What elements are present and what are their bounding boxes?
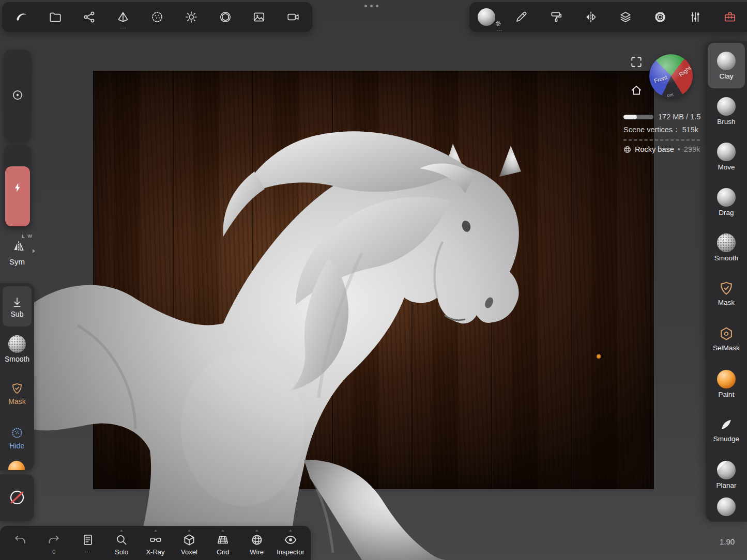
material-sphere-button[interactable]: ...	[478, 5, 495, 29]
smooth-sphere-icon	[717, 234, 736, 252]
files-icon[interactable]	[47, 5, 64, 29]
left-tool-label: Smooth	[5, 355, 29, 363]
selmask-hexagon-icon	[718, 325, 735, 342]
history-notes-button[interactable]: ...	[72, 529, 104, 559]
matcap-sphere-icon[interactable]	[148, 5, 166, 29]
home-icon[interactable]	[630, 84, 643, 97]
gizmo-front-label: Front	[653, 74, 668, 84]
caret-up-icon	[154, 530, 157, 532]
tool-label: Drag	[719, 209, 734, 216]
stylus-icon[interactable]	[512, 5, 530, 29]
undo-icon	[13, 533, 27, 547]
orientation-gizmo[interactable]: Front Right om	[649, 54, 693, 98]
share-nodes-icon[interactable]	[81, 5, 98, 29]
left-tool-mask[interactable]: Mask	[0, 371, 34, 415]
planar-sphere-icon	[717, 461, 736, 479]
tool-label: Brush	[717, 118, 735, 126]
object-row[interactable]: Rocky base • 299k	[623, 145, 704, 153]
lighting-icon[interactable]	[182, 5, 200, 29]
paint-roller-icon[interactable]	[547, 5, 565, 29]
tool-mask[interactable]: Mask	[708, 270, 745, 316]
voxel-label: Voxel	[181, 548, 197, 556]
undo-button[interactable]	[4, 529, 36, 559]
bottom-toolbar: 0 ... Solo X-Ray Voxel Grid	[0, 526, 311, 560]
sliders-icon[interactable]	[687, 5, 704, 29]
fullscreen-icon[interactable]	[630, 55, 643, 69]
solo-button[interactable]: Solo	[105, 529, 138, 559]
grid-button[interactable]: Grid	[207, 529, 239, 559]
no-stroke-icon	[8, 489, 26, 506]
scene-icon[interactable]: ...	[114, 5, 132, 29]
object-bullet: •	[678, 145, 680, 153]
left-tool-smooth[interactable]: Smooth	[0, 326, 34, 371]
drag-handle-dots[interactable]	[364, 5, 378, 7]
xray-button[interactable]: X-Ray	[140, 529, 172, 559]
caret-up-icon	[289, 530, 292, 532]
memory-progress-bar	[623, 115, 653, 119]
sculpt-app-window: ... ...	[0, 0, 747, 560]
postprocess-icon[interactable]	[217, 5, 234, 29]
left-tool-label: Mask	[8, 398, 25, 405]
background-image-icon[interactable]	[250, 5, 268, 29]
camera-icon[interactable]	[284, 5, 302, 29]
tool-move[interactable]: Move	[708, 134, 745, 179]
disabled-tool-panel[interactable]	[0, 474, 34, 521]
move-sphere-icon	[717, 143, 736, 161]
intensity-slider-panel[interactable]	[4, 145, 31, 227]
symmetry-button[interactable]: L W Sym	[3, 232, 35, 275]
mirror-icon[interactable]	[582, 5, 600, 29]
mask-shield-icon	[718, 280, 735, 297]
tool-sidebar: Clay Brush Move Drag Smooth Mask SelMask	[706, 41, 747, 522]
sub-arrow-icon	[10, 295, 24, 309]
tool-smudge[interactable]: Smudge	[708, 407, 745, 452]
wire-label: Wire	[250, 548, 264, 556]
app-logo[interactable]	[12, 5, 30, 29]
object-name: Rocky base	[635, 145, 674, 153]
tool-partial[interactable]	[708, 497, 745, 518]
tool-drag[interactable]: Drag	[708, 179, 745, 225]
partial-tool-icon[interactable]	[8, 461, 25, 470]
sub-mode-button[interactable]: Sub	[3, 286, 32, 326]
caret-up-icon	[221, 530, 224, 532]
scene-vertices-text: Scene vertices： 515k	[623, 125, 704, 135]
inspector-button[interactable]: Inspector	[275, 529, 307, 559]
tool-selmask[interactable]: SelMask	[708, 316, 745, 361]
radius-slider-panel[interactable]	[4, 50, 31, 141]
grid-plane-icon	[216, 533, 230, 547]
brush-sphere-icon	[717, 97, 736, 116]
object-count: 299k	[684, 145, 700, 153]
tool-label: Planar	[716, 482, 736, 489]
mask-shield-icon	[10, 382, 24, 395]
memory-progress-fill	[623, 115, 637, 119]
solo-magnifier-icon	[115, 533, 128, 547]
layers-icon[interactable]	[617, 5, 634, 29]
voxel-button[interactable]: Voxel	[173, 529, 205, 559]
wireframe-sphere-icon	[250, 533, 264, 547]
tool-brush[interactable]: Brush	[708, 88, 745, 134]
wood-backdrop	[93, 71, 654, 489]
tool-label: Smudge	[713, 435, 739, 443]
tool-label: Clay	[719, 73, 733, 80]
left-tool-hide[interactable]: Hide	[0, 415, 34, 460]
tool-clay[interactable]: Clay	[708, 43, 745, 88]
settings-gear-icon[interactable]	[651, 5, 669, 29]
material-more-dots: ...	[497, 26, 502, 32]
top-right-toolbar: ...	[469, 2, 747, 32]
drag-sphere-icon	[717, 188, 736, 207]
tool-smooth[interactable]: Smooth	[708, 225, 745, 270]
wire-button[interactable]: Wire	[241, 529, 273, 559]
toolbox-icon[interactable]	[721, 5, 739, 29]
top-left-toolbar: ...	[2, 2, 312, 32]
xray-label: X-Ray	[146, 548, 164, 556]
redo-button[interactable]: 0	[38, 529, 70, 559]
tool-label: Mask	[718, 299, 735, 306]
tool-label: SelMask	[713, 345, 740, 352]
inspector-label: Inspector	[277, 548, 304, 556]
notes-more-dots: ...	[85, 547, 91, 553]
tool-planar[interactable]: Planar	[708, 452, 745, 497]
voxel-cube-icon	[182, 533, 196, 547]
partial-sphere-icon	[717, 497, 736, 516]
gizmo-right-label: Right	[678, 65, 692, 77]
pressure-toggle[interactable]	[5, 166, 30, 226]
tool-paint[interactable]: Paint	[708, 361, 745, 407]
